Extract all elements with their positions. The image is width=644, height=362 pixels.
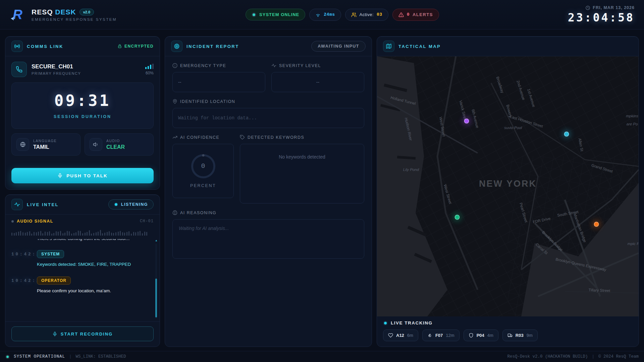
map-canvas[interactable]: NEW YORK Holland TunnelHudson RiverWest … — [377, 56, 639, 316]
radio-icon — [11, 41, 23, 52]
ai-reasoning-box: Waiting for AI analysis... — [172, 219, 364, 259]
language-card: LANGUAGE TAMIL — [11, 133, 80, 156]
push-to-talk-button[interactable]: PUSH TO TALK — [11, 168, 154, 183]
signal-bars-icon — [145, 64, 154, 69]
app-subtitle: EMERGENCY RESPONSE SYSTEM — [32, 17, 117, 21]
scroll-up-icon[interactable]: ▲ — [155, 239, 158, 242]
mic-icon — [52, 331, 57, 337]
status-bar: SYSTEM OPERATIONAL | WS_LINK: ESTABLISHE… — [0, 351, 644, 362]
brain-icon — [172, 210, 177, 215]
target-icon — [171, 41, 182, 52]
live-tracking-bar: LIVE TRACKING A12 6m F07 12m — [377, 316, 639, 347]
svg-text:R: R — [13, 7, 22, 22]
header-status-badges: SYSTEM ONLINE 24ms Active: 03 0 ALERTS — [246, 9, 439, 21]
audio-card: AUDIO CLEAR — [85, 133, 154, 156]
panel-title: LIVE INTEL — [27, 202, 59, 207]
build-info: ResQ-Desk v2.0 (HACKATHON BUILD) — [507, 354, 588, 359]
start-recording-button[interactable]: START RECORDING — [11, 326, 154, 341]
signal-strength: 60% — [145, 64, 154, 75]
mic-icon — [57, 173, 63, 178]
phone-icon — [11, 62, 27, 77]
unit-chip-rescue[interactable]: R03 9m — [502, 329, 538, 341]
ai-reasoning-label: AI REASONING — [172, 210, 364, 215]
language-value: TAMIL — [33, 144, 57, 150]
shield-icon — [469, 333, 474, 338]
comms-link-panel: COMMS LINK ENCRYPTED SECURE_CH01 PRIMARY… — [5, 36, 160, 190]
street-label: Lily Pond — [403, 168, 419, 172]
audio-signal-row: AUDIO SIGNAL CH-01 — [5, 215, 160, 224]
current-date: FRI, MAR 13, 2026 — [593, 5, 635, 10]
tag-icon — [240, 135, 245, 140]
transcript-entry: 10:42:28 OPERATOR Please confirm your lo… — [11, 277, 151, 294]
resq-logo-icon: R — [9, 6, 26, 23]
users-icon — [351, 12, 357, 17]
ws-link-status: WS_LINK: ESTABLISHED — [76, 354, 126, 359]
detected-keywords-label: DETECTED KEYWORDS — [240, 135, 364, 140]
unit-marker-3[interactable] — [454, 215, 460, 220]
main-content: COMMS LINK ENCRYPTED SECURE_CH01 PRIMARY… — [0, 29, 644, 351]
waveform — [5, 228, 160, 236]
version-badge: v2.0 — [79, 9, 94, 15]
system-online-badge: SYSTEM ONLINE — [246, 9, 305, 20]
separator: | — [592, 354, 594, 359]
unit-marker-1[interactable] — [464, 119, 469, 124]
channel-id: CH-01 — [140, 219, 154, 224]
severity-level-field: -- — [271, 72, 364, 92]
channel-name: SECURE_CH01 — [32, 63, 81, 70]
panel-title: TACTICAL MAP — [398, 44, 441, 49]
incident-report-panel: INCIDENT REPORT AWAITING INPUT EMERGENCY… — [165, 36, 372, 347]
ai-confidence-gauge: 0 PERCENT — [172, 144, 234, 198]
separator: | — [69, 354, 72, 359]
scrollbar-thumb[interactable] — [155, 279, 157, 317]
live-intel-panel: LIVE INTEL LISTENING AUDIO SIGNAL CH-01 … — [5, 194, 160, 347]
channel-description: PRIMARY FREQUENCY — [32, 71, 81, 75]
listening-dot-icon — [114, 202, 118, 206]
confidence-ring: 0 — [191, 154, 215, 178]
entry-message: Keywords detected: SMOKE, FIRE, TRAPPED — [37, 261, 151, 267]
system-status: SYSTEM OPERATIONAL — [14, 354, 65, 359]
lock-icon — [117, 44, 122, 49]
active-units-badge: Active: 03 — [345, 9, 388, 21]
listening-status: LISTENING — [108, 199, 154, 209]
confidence-unit: PERCENT — [190, 183, 216, 188]
signal-percent: 60% — [146, 71, 154, 75]
unit-chip-police[interactable]: P04 4m — [464, 329, 498, 341]
pulse-icon — [271, 63, 276, 68]
left-column: COMMS LINK ENCRYPTED SECURE_CH01 PRIMARY… — [5, 36, 160, 347]
street-label: mpkins — [626, 114, 638, 118]
session-duration-value: 09:31 — [12, 92, 153, 110]
tactical-map-panel: TACTICAL MAP — [377, 36, 639, 347]
tracking-dot-icon — [383, 321, 388, 325]
wifi-icon — [315, 12, 321, 17]
transcript-scrollbar[interactable] — [155, 244, 157, 319]
clock-icon — [585, 5, 590, 10]
copyright: © 2024 ResQ Team — [598, 354, 639, 359]
heart-icon — [388, 333, 393, 338]
unit-marker-4[interactable] — [594, 222, 599, 227]
alerts-badge: 0 ALERTS — [392, 9, 439, 21]
session-duration-label: SESSION DURATION — [12, 114, 153, 119]
transcript-entry: 10:42:22 SYSTEM Keywords detected: SMOKE… — [11, 250, 151, 267]
latency-badge: 24ms — [309, 9, 341, 21]
entry-timestamp: 10:42:22 — [11, 251, 37, 267]
map-icon — [383, 41, 394, 52]
alert-octagon-icon — [172, 63, 177, 68]
panel-title: INCIDENT REPORT — [186, 44, 239, 49]
unit-chip-fire[interactable]: F07 12m — [422, 329, 460, 341]
entry-timestamp: 10:42:28 — [11, 277, 37, 294]
operational-dot-icon — [5, 355, 10, 359]
session-duration-box: 09:31 SESSION DURATION — [11, 82, 154, 129]
current-time: 23:04:58 — [568, 11, 635, 24]
unit-chip-ambulance[interactable]: A12 6m — [383, 329, 418, 341]
online-pulse-icon — [252, 12, 256, 17]
clock-area: FRI, MAR 13, 2026 23:04:58 — [568, 5, 635, 24]
ai-confidence-label: AI CONFIDENCE — [172, 135, 234, 140]
entry-message: Please confirm your location, ma'am. — [37, 288, 151, 294]
speaker-badge-operator: OPERATOR — [37, 277, 71, 285]
confidence-value: 0 — [201, 162, 205, 170]
activity-icon — [11, 199, 23, 210]
unit-marker-2[interactable] — [564, 132, 569, 137]
transcript-feed[interactable]: There's smoke coming from the second flo… — [5, 239, 160, 321]
trending-up-icon — [172, 135, 177, 140]
speaker-badge-system: SYSTEM — [37, 250, 64, 258]
